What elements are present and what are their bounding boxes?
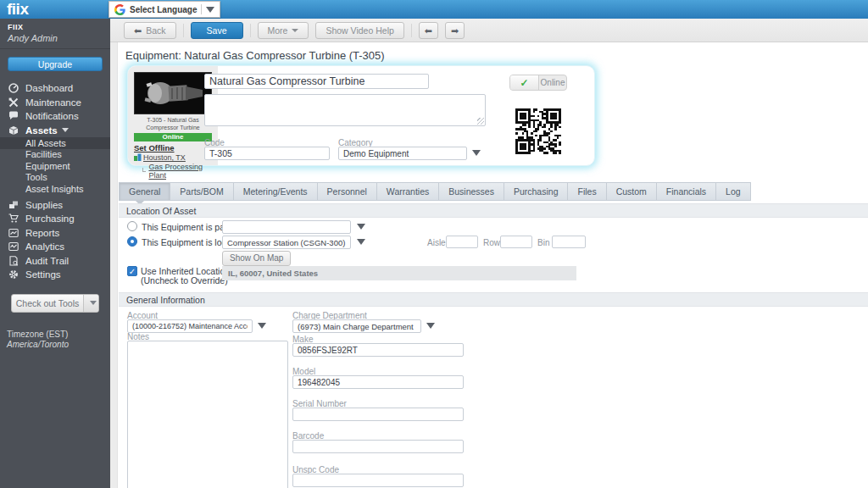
- use-inherited-location-checkbox[interactable]: [127, 266, 137, 276]
- online-check-icon[interactable]: ✓: [510, 75, 539, 90]
- part-of-dropdown-icon[interactable]: [357, 224, 365, 230]
- online-status-toggle[interactable]: ✓ Online: [509, 75, 567, 91]
- equipment-photo[interactable]: [134, 72, 212, 114]
- bin-label: Bin: [537, 238, 549, 247]
- located-at-dropdown-icon[interactable]: [357, 239, 365, 245]
- gauge-icon: [8, 83, 19, 93]
- located-at-input[interactable]: [222, 236, 351, 249]
- located-at-radio[interactable]: [127, 236, 137, 247]
- sidebar-item-label: Audit Trail: [25, 256, 69, 266]
- divider: [411, 24, 412, 37]
- tab-financials[interactable]: Financials: [657, 182, 716, 201]
- code-input[interactable]: [204, 147, 330, 160]
- status-badge: Online: [134, 133, 212, 141]
- sidebar-item-label: Dashboard: [25, 83, 73, 93]
- sidebar-item-analytics[interactable]: Analytics: [0, 240, 110, 254]
- category-dropdown-icon[interactable]: [472, 150, 481, 156]
- charge-department-dropdown-icon[interactable]: [426, 323, 435, 329]
- aisle-input[interactable]: [446, 236, 478, 248]
- sidebar-item-assets[interactable]: Assets: [0, 124, 110, 138]
- speech-bubble-icon: [8, 111, 19, 121]
- tree-link-plant[interactable]: Gas Processing Plant: [148, 163, 212, 180]
- language-dropdown-icon[interactable]: [206, 7, 214, 13]
- show-video-help-button[interactable]: Show Video Help: [315, 22, 403, 39]
- inherited-location-value: IL, 60007, United States: [222, 266, 576, 280]
- chart-icon: [8, 228, 19, 238]
- prev-record-button[interactable]: ⬅: [419, 22, 438, 39]
- sidebar-item-settings[interactable]: Settings: [0, 268, 110, 282]
- sidebar-item-facilities[interactable]: Facilities: [0, 149, 110, 161]
- set-offline-link[interactable]: Set Offline: [134, 143, 212, 152]
- tab-log[interactable]: Log: [716, 182, 751, 201]
- sidebar-item-reports[interactable]: Reports: [0, 226, 110, 241]
- sidebar-item-equipment[interactable]: Equipment: [0, 160, 110, 172]
- bin-input[interactable]: [552, 236, 586, 248]
- make-input[interactable]: [292, 343, 464, 357]
- fiix-logo: fiix: [7, 0, 28, 19]
- next-record-button[interactable]: ➡: [445, 22, 465, 39]
- tab-purchasing[interactable]: Purchasing: [504, 182, 569, 201]
- check-out-tools-button[interactable]: Check out Tools: [11, 294, 99, 313]
- row-input[interactable]: [500, 236, 532, 248]
- charge-department-input[interactable]: [292, 319, 421, 333]
- back-button[interactable]: ⬅Back: [124, 22, 176, 39]
- account-input[interactable]: [127, 319, 253, 333]
- more-button[interactable]: More: [258, 22, 309, 39]
- online-toggle-label: Online: [539, 75, 566, 90]
- resize-handle[interactable]: [477, 118, 484, 125]
- tab-parts-bom[interactable]: Parts/BOM: [170, 182, 233, 201]
- sidebar-item-label: Supplies: [25, 200, 63, 210]
- part-of-input[interactable]: [222, 220, 351, 234]
- chevron-down-icon: [62, 128, 69, 132]
- location-tree-row: Houston, TX: [134, 153, 212, 162]
- checkout-dropdown-icon[interactable]: [83, 295, 98, 312]
- tab-files[interactable]: Files: [568, 182, 606, 201]
- box-icon: [8, 125, 19, 136]
- sidebar-item-asset-insights[interactable]: Asset Insights: [0, 183, 110, 195]
- save-button[interactable]: Save: [191, 22, 243, 39]
- check-out-tools-label: Check out Tools: [12, 295, 83, 312]
- tree-link-houston[interactable]: Houston, TX: [143, 153, 186, 162]
- user-name: Andy Admin: [8, 33, 103, 43]
- account-dropdown-icon[interactable]: [258, 323, 266, 329]
- right-arrow-icon: ➡: [451, 23, 459, 38]
- gear-icon: [8, 269, 19, 280]
- barcode-input[interactable]: [292, 440, 464, 453]
- model-input[interactable]: [292, 375, 464, 389]
- tab-metering-events[interactable]: Metering/Events: [234, 182, 318, 201]
- category-input[interactable]: [338, 147, 467, 160]
- inherited-location-sublabel: (Uncheck to Override): [141, 275, 228, 286]
- tab-warranties[interactable]: Warranties: [377, 182, 439, 201]
- aisle-label: Aisle: [427, 238, 446, 247]
- sidebar-item-label: Analytics: [25, 241, 64, 252]
- sidebar-item-maintenance[interactable]: Maintenance: [0, 96, 110, 110]
- sidebar-item-all-assets[interactable]: All Assets: [0, 137, 110, 149]
- notes-textarea[interactable]: [127, 341, 288, 488]
- divider: [250, 24, 251, 37]
- timezone-info: Timezone (EST) America/Toronto: [7, 330, 110, 349]
- location-tree-row: Gas Processing Plant: [134, 163, 212, 180]
- sidebar-item-audit-trail[interactable]: Audit Trail: [0, 254, 110, 269]
- qr-code: [514, 107, 563, 156]
- equipment-name-input[interactable]: [204, 74, 429, 89]
- sidebar-item-supplies[interactable]: Supplies: [0, 198, 110, 213]
- equipment-description-textarea[interactable]: [204, 94, 486, 126]
- sidebar-item-notifications[interactable]: Notifications: [0, 109, 110, 124]
- sidebar-item-purchasing[interactable]: Purchasing: [0, 212, 110, 226]
- divider: [183, 24, 184, 37]
- show-on-map-button[interactable]: Show On Map: [222, 251, 291, 266]
- tab-general[interactable]: General: [119, 182, 170, 201]
- sidebar-item-dashboard[interactable]: Dashboard: [0, 81, 110, 96]
- tab-custom[interactable]: Custom: [607, 182, 657, 201]
- part-of-radio[interactable]: [127, 221, 137, 231]
- sidebar-item-label: Notifications: [25, 111, 79, 121]
- tab-personnel[interactable]: Personnel: [318, 182, 377, 201]
- tab-businesses[interactable]: Businesses: [439, 182, 504, 201]
- sidebar-item-tools[interactable]: Tools: [0, 172, 110, 184]
- upgrade-button[interactable]: Upgrade: [8, 57, 103, 71]
- unspc-code-input[interactable]: [292, 474, 464, 487]
- sidebar: FIIX Andy Admin Upgrade Dashboard Mainte…: [0, 19, 110, 488]
- serial-number-input[interactable]: [292, 408, 464, 421]
- row-label: Row: [483, 238, 500, 247]
- google-translate-widget[interactable]: Select Language: [108, 1, 220, 18]
